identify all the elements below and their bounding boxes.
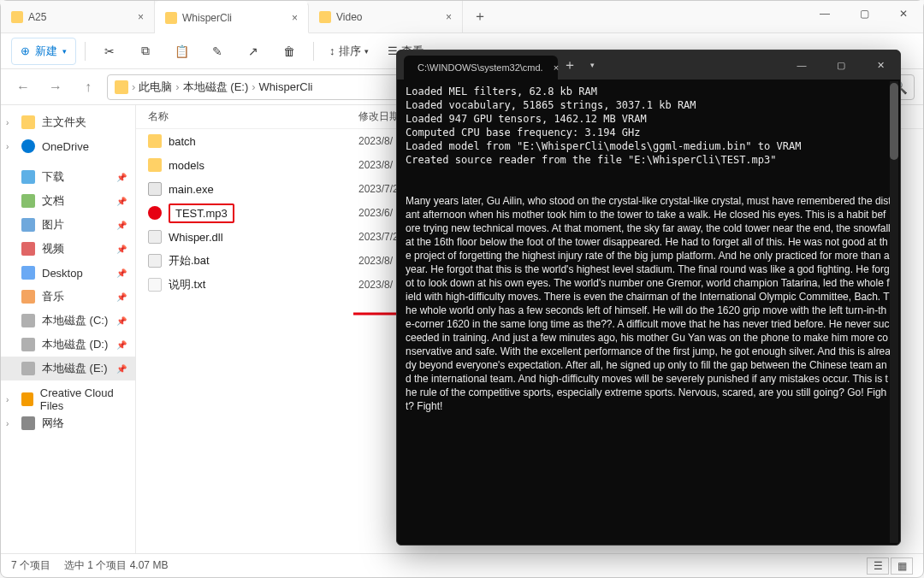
terminal-scroll-thumb[interactable] [890, 83, 898, 160]
folder-icon [11, 11, 23, 23]
col-name[interactable]: 名称 [148, 109, 358, 124]
sidebar-label: 本地磁盘 (C:) [42, 313, 108, 328]
sidebar-item-Creative Cloud Files[interactable]: ›Creative Cloud Files [1, 387, 135, 411]
clipboard-icon: 📋 [175, 44, 189, 58]
sidebar-item-音乐[interactable]: 音乐📌 [1, 285, 135, 309]
close-icon[interactable]: × [138, 11, 144, 23]
disk-icon [21, 314, 35, 327]
pin-icon: 📌 [116, 292, 127, 302]
sort-button[interactable]: ↕排序▾ [323, 44, 376, 59]
paste-button[interactable]: 📋 [166, 38, 197, 65]
breadcrumb-part[interactable]: WhisperCli [259, 80, 313, 93]
chevron-right-icon: › [132, 80, 135, 93]
vid-icon [21, 242, 35, 256]
share-button[interactable]: ↗ [238, 38, 269, 65]
sidebar-item-下载[interactable]: 下载📌 [1, 165, 135, 189]
sidebar-item-主文件夹[interactable]: ›主文件夹 [1, 110, 135, 134]
sidebar-item-网络[interactable]: ›网络 [1, 411, 135, 435]
up-button[interactable]: ↑ [74, 74, 102, 101]
pin-icon: 📌 [116, 245, 127, 254]
plus-icon: ⊕ [21, 44, 30, 57]
terminal-titlebar: C:\WINDOWS\system32\cmd. × ＋ ▾ — ▢ ✕ [397, 50, 900, 80]
minimize-button[interactable]: — [805, 1, 844, 27]
terminal-newtab[interactable]: ＋ [558, 56, 582, 74]
copy-button[interactable]: ⧉ [130, 38, 161, 65]
back-button[interactable]: ← [9, 74, 37, 101]
chevron-right-icon: › [252, 80, 255, 93]
breadcrumb-part[interactable]: 本地磁盘 (E:) [183, 80, 249, 95]
new-label: 新建 [35, 44, 57, 59]
sidebar: ›主文件夹›OneDrive下载📌文档📌图片📌视频📌Desktop📌音乐📌本地磁… [1, 105, 136, 553]
folder-icon [165, 12, 177, 24]
close-icon[interactable]: × [446, 11, 452, 23]
sidebar-item-OneDrive[interactable]: ›OneDrive [1, 134, 135, 158]
terminal-dropdown[interactable]: ▾ [582, 61, 602, 69]
sidebar-item-文档[interactable]: 文档📌 [1, 189, 135, 213]
sidebar-item-视频[interactable]: 视频📌 [1, 237, 135, 261]
sort-icon: ↕ [329, 44, 335, 57]
exe-icon [148, 182, 162, 196]
sidebar-item-本地磁盘 (C:)[interactable]: 本地磁盘 (C:)📌 [1, 309, 135, 333]
file-name: 说明.txt [169, 277, 205, 292]
breadcrumb-part[interactable]: 此电脑 [139, 80, 172, 95]
tab-whispercli[interactable]: WhisperCli× [155, 1, 309, 33]
sidebar-item-本地磁盘 (D:)[interactable]: 本地磁盘 (D:)📌 [1, 333, 135, 357]
scissors-icon: ✂ [104, 44, 115, 58]
sidebar-item-图片[interactable]: 图片📌 [1, 213, 135, 237]
txt-icon [148, 278, 162, 292]
cloud-icon [21, 139, 35, 153]
maximize-button[interactable]: ▢ [844, 1, 884, 27]
file-name: Whisper.dll [169, 231, 223, 244]
pic-icon [21, 218, 35, 232]
window-controls: — ▢ ✕ [805, 1, 923, 27]
tab-a25[interactable]: A25× [1, 1, 155, 33]
tab-label: WhisperCli [182, 12, 232, 24]
sidebar-item-Desktop[interactable]: Desktop📌 [1, 261, 135, 285]
net-icon [21, 416, 35, 430]
sort-label: 排序 [339, 44, 361, 59]
terminal-tab[interactable]: C:\WINDOWS\system32\cmd. × [404, 56, 558, 80]
chevron-right-icon: › [175, 80, 179, 93]
rename-icon: ✎ [212, 44, 222, 58]
pin-icon: 📌 [116, 364, 127, 374]
terminal-maximize[interactable]: ▢ [821, 50, 861, 80]
pin-icon: 📌 [116, 197, 127, 206]
details-view-button[interactable]: ☰ [867, 557, 889, 575]
delete-button[interactable]: 🗑 [274, 38, 305, 65]
new-button[interactable]: ⊕新建▾ [11, 38, 76, 65]
sidebar-label: OneDrive [42, 140, 89, 153]
bat-icon [148, 254, 162, 268]
music-icon [21, 290, 35, 304]
sidebar-label: Desktop [42, 267, 83, 280]
statusbar: 7 个项目 选中 1 个项目 4.07 MB ☰ ▦ [1, 553, 923, 577]
sidebar-label: 音乐 [42, 289, 64, 304]
chevron-right-icon: › [6, 419, 9, 428]
chevron-right-icon: › [6, 118, 9, 127]
drive-icon [115, 80, 128, 94]
tab-video[interactable]: Video× [309, 1, 463, 33]
cut-button[interactable]: ✂ [94, 38, 125, 65]
chevron-down-icon: ▾ [62, 47, 67, 56]
forward-button[interactable]: → [42, 74, 69, 101]
doc-icon [21, 194, 35, 208]
pin-icon: 📌 [116, 221, 127, 230]
chevron-down-icon: ▾ [590, 61, 595, 69]
sidebar-item-本地磁盘 (E:)[interactable]: 本地磁盘 (E:)📌 [1, 357, 135, 380]
terminal-minimize[interactable]: — [782, 50, 821, 80]
close-button[interactable]: ✕ [884, 1, 923, 27]
terminal-title: C:\WINDOWS\system32\cmd. [418, 62, 543, 73]
terminal-window: C:\WINDOWS\system32\cmd. × ＋ ▾ — ▢ ✕ Loa… [396, 50, 901, 546]
pin-icon: 📌 [116, 173, 127, 182]
rename-button[interactable]: ✎ [202, 38, 233, 65]
file-name: batch [169, 135, 196, 148]
disk-icon [21, 338, 35, 351]
terminal-output[interactable]: Loaded MEL filters, 62.8 kb RAM Loaded v… [397, 80, 900, 545]
file-name: 开始.bat [169, 253, 210, 268]
grid-view-button[interactable]: ▦ [891, 557, 913, 575]
copy-icon: ⧉ [141, 44, 150, 58]
folder-icon [319, 11, 331, 23]
item-count: 7 个项目 [11, 558, 50, 573]
terminal-close[interactable]: ✕ [861, 50, 900, 80]
close-icon[interactable]: × [292, 12, 298, 24]
new-tab-button[interactable]: ＋ [463, 1, 497, 32]
